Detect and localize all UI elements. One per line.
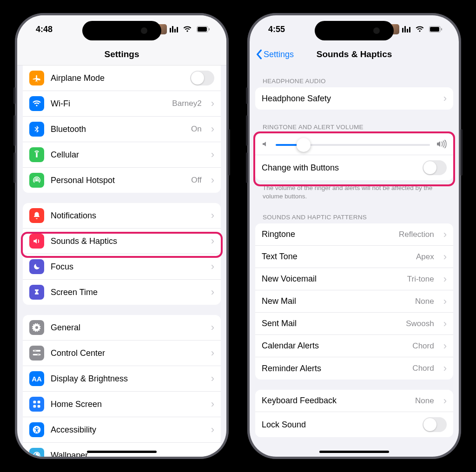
row-value: Swoosh: [406, 319, 434, 328]
settings-row-accessibility[interactable]: Accessibility›: [23, 417, 221, 443]
row-label: Text Tone: [262, 252, 410, 262]
row-label: Sounds & Haptics: [51, 236, 202, 246]
kb-lock-row-lock-sound[interactable]: Lock Sound: [255, 412, 453, 437]
svg-rect-9: [38, 401, 40, 404]
row-switch[interactable]: [190, 71, 214, 85]
settings-row-airplane-mode[interactable]: Airplane Mode: [23, 66, 221, 91]
cellular-icon: [29, 147, 44, 162]
svg-point-7: [37, 354, 40, 356]
settings-list[interactable]: Airplane ModeWi-FiBarney2›BluetoothOn›Ce…: [17, 66, 226, 457]
row-headphone-safety[interactable]: Headphone Safety ›: [255, 87, 453, 110]
chevron-right-icon: ›: [443, 274, 447, 284]
speaker-low-icon: [262, 140, 269, 150]
row-label: Lock Sound: [262, 420, 416, 430]
chevron-right-icon: ›: [211, 150, 214, 160]
settings-row-general[interactable]: General›: [23, 315, 221, 341]
grid-icon: [29, 397, 44, 412]
settings-row-home-screen[interactable]: Home Screen›: [23, 392, 221, 417]
row-label: Home Screen: [51, 400, 202, 409]
chevron-right-icon: ›: [211, 399, 214, 409]
chevron-right-icon: ›: [443, 363, 447, 374]
status-time: 4:48: [36, 25, 53, 34]
home-indicator[interactable]: [87, 451, 157, 453]
row-label: Keyboard Feedback: [262, 396, 409, 406]
row-label: New Mail: [262, 296, 409, 306]
wifi-icon: [29, 96, 44, 111]
row-value: On: [191, 125, 202, 134]
chevron-right-icon: ›: [211, 124, 214, 134]
svg-rect-18: [441, 28, 442, 31]
pattern-row-ringtone[interactable]: RingtoneReflection›: [255, 223, 453, 246]
pattern-row-new-voicemail[interactable]: New VoicemailTri-tone›: [255, 268, 453, 290]
svg-point-6: [34, 350, 36, 352]
pattern-row-text-tone[interactable]: Text ToneApex›: [255, 246, 453, 268]
settings-row-cellular[interactable]: Cellular›: [23, 142, 221, 168]
chevron-right-icon: ›: [211, 322, 214, 333]
row-value: Reflection: [399, 230, 434, 239]
row-label: Airplane Mode: [51, 73, 184, 83]
section-header-patterns: SOUNDS AND HAPTIC PATTERNS: [255, 210, 453, 223]
row-label: Accessibility: [51, 425, 202, 435]
hotspot-icon: [29, 173, 44, 188]
settings-row-personal-hotspot[interactable]: Personal HotspotOff›: [23, 168, 221, 193]
battery-icon: [197, 26, 210, 33]
nav-bar: Settings Sounds & Haptics: [250, 43, 459, 66]
iphone-frame-left: 4:48 Settings Airplane ModeWi-FiBarney2›…: [15, 13, 229, 459]
row-value: Tri-tone: [407, 275, 434, 284]
row-label: Bluetooth: [51, 125, 185, 134]
pattern-row-calendar-alerts[interactable]: Calendar AlertsChord›: [255, 335, 453, 357]
svg-rect-8: [33, 401, 36, 404]
chevron-right-icon: ›: [211, 262, 214, 272]
page-title: Settings: [105, 49, 139, 59]
settings-group-connectivity: Airplane ModeWi-FiBarney2›BluetoothOn›Ce…: [23, 66, 221, 193]
row-label: Sent Mail: [262, 319, 399, 328]
pattern-row-reminder-alerts[interactable]: Reminder AlertsChord›: [255, 357, 453, 380]
dynamic-island: [82, 21, 161, 40]
switch-change-with-buttons[interactable]: [423, 160, 447, 175]
svg-rect-4: [33, 350, 41, 351]
row-value: Apex: [416, 252, 434, 262]
pattern-row-sent-mail[interactable]: Sent MailSwoosh›: [255, 313, 453, 335]
wifi-icon: [415, 26, 424, 33]
group-headphone: Headphone Safety ›: [255, 87, 453, 110]
settings-row-wallpaper[interactable]: Wallpaper›: [23, 443, 221, 457]
screen-settings: 4:48 Settings Airplane ModeWi-FiBarney2›…: [17, 15, 226, 457]
svg-point-3: [36, 179, 38, 182]
settings-row-focus[interactable]: Focus›: [23, 254, 221, 280]
pattern-row-new-mail[interactable]: New MailNone›: [255, 290, 453, 313]
row-label: New Voicemail: [262, 274, 401, 284]
group-patterns: RingtoneReflection›Text ToneApex›New Voi…: [255, 223, 453, 380]
settings-row-notifications[interactable]: Notifications›: [23, 203, 221, 229]
settings-row-wi-fi[interactable]: Wi-FiBarney2›: [23, 91, 221, 117]
settings-row-screen-time[interactable]: Screen Time›: [23, 280, 221, 305]
section-header-ringtone: RINGTONE AND ALERT VOLUME: [255, 120, 453, 133]
row-change-with-buttons[interactable]: Change with Buttons: [255, 155, 453, 180]
settings-row-control-center[interactable]: Control Center›: [23, 341, 221, 366]
row-switch[interactable]: [423, 417, 447, 432]
group-ringtone-volume: Change with Buttons: [255, 133, 453, 180]
home-indicator[interactable]: [319, 451, 389, 453]
back-button[interactable]: Settings: [255, 49, 294, 59]
settings-row-sounds-haptics[interactable]: Sounds & Haptics›: [23, 229, 221, 254]
chevron-right-icon: ›: [211, 450, 214, 457]
kb-lock-row-keyboard-feedback[interactable]: Keyboard FeedbackNone›: [255, 390, 453, 412]
chevron-right-icon: ›: [211, 287, 214, 297]
svg-rect-5: [33, 354, 41, 355]
speaker-icon: [29, 234, 44, 249]
now-playing-eq-icon: [170, 26, 178, 33]
speaker-high-icon: [436, 140, 447, 150]
chevron-right-icon: ›: [211, 98, 214, 109]
settings-row-bluetooth[interactable]: BluetoothOn›: [23, 117, 221, 142]
wallpaper-icon: [29, 448, 44, 457]
volume-slider[interactable]: [276, 144, 430, 146]
gear-icon: [29, 320, 44, 335]
iphone-frame-right: 4:55 Settings Sounds & Haptics HEADPHONE…: [247, 13, 461, 459]
settings-row-display-brightness[interactable]: AADisplay & Brightness›: [23, 366, 221, 392]
chevron-right-icon: ›: [443, 252, 447, 262]
sounds-list[interactable]: HEADPHONE AUDIO Headphone Safety › RINGT…: [250, 66, 459, 447]
row-label: Personal Hotspot: [51, 176, 185, 185]
chevron-right-icon: ›: [211, 374, 214, 384]
page-title: Sounds & Haptics: [317, 49, 392, 59]
row-label: Headphone Safety: [262, 94, 434, 104]
svg-rect-1: [198, 27, 207, 32]
